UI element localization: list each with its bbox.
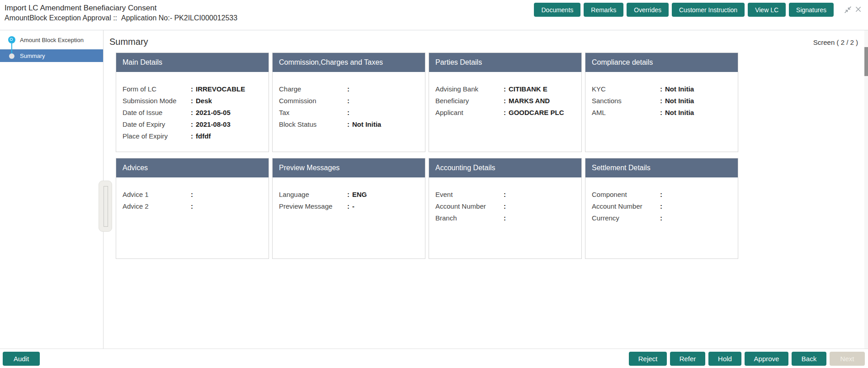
sidebar-item-summary[interactable]: Summary — [0, 49, 103, 62]
tile-body: KYC : Not Initia Sanctions : Not Initia … — [585, 72, 738, 118]
summary-tile-advices[interactable]: Advices Advice 1 : Advice 2 : — [116, 158, 269, 259]
field-row: Block Status : Not Initia — [279, 118, 421, 130]
screen-indicator: Screen ( 2 / 2 ) — [813, 38, 858, 46]
field-row: Language : ENG — [279, 188, 421, 200]
field-row: KYC : Not Initia — [592, 83, 734, 95]
signatures-button[interactable]: Signatures — [789, 3, 834, 17]
content-title: Summary — [109, 37, 148, 47]
tile-header[interactable]: Compliance details — [585, 53, 738, 72]
field-row: Advice 2 : — [123, 200, 265, 212]
field-row: AML : Not Initia — [592, 106, 734, 118]
approve-button[interactable]: Approve — [745, 352, 788, 366]
step-connector-line — [11, 43, 12, 54]
tile-header[interactable]: Settlement Details — [585, 158, 738, 177]
field-row: Submission Mode : Desk — [123, 95, 265, 106]
sidebar-splitter-handle[interactable] — [99, 181, 112, 232]
tile-header[interactable]: Advices — [116, 158, 269, 177]
summary-tiles-grid: Main Details Form of LC : IRREVOCABLE Su… — [116, 53, 738, 259]
field-row: Commission : — [279, 95, 421, 106]
field-row: Applicant : GOODCARE PLC — [435, 106, 578, 118]
close-icon[interactable] — [855, 6, 862, 14]
summary-content: Summary Screen ( 2 / 2 ) Main Details Fo… — [104, 30, 868, 349]
summary-tile-commission-charges-taxes[interactable]: Commission,Charges and Taxes Charge : Co… — [272, 53, 425, 152]
tile-body: Advice 1 : Advice 2 : — [116, 177, 269, 212]
sidebar-item-amount-block-exception[interactable]: Amount Block Exception — [0, 33, 103, 46]
summary-tile-settlement-details[interactable]: Settlement Details Component : Account N… — [585, 158, 738, 259]
page-subtitle: AmountBlock Exception Approval ::Applica… — [5, 13, 237, 23]
summary-tile-accounting-details[interactable]: Accounting Details Event : Account Numbe… — [429, 158, 582, 259]
collapse-icon[interactable] — [844, 6, 852, 15]
summary-tile-compliance-details[interactable]: Compliance details KYC : Not Initia Sanc… — [585, 53, 738, 152]
hold-button[interactable]: Hold — [708, 352, 741, 366]
tile-body: Form of LC : IRREVOCABLE Submission Mode… — [116, 72, 269, 142]
page-header: Import LC Amendment Benefiaciary Consent… — [0, 0, 868, 30]
application-number: Application No:- PK2ILCI000012533 — [121, 14, 237, 22]
stage-label: AmountBlock Exception Approval :: — [5, 14, 117, 22]
field-row: Advice 1 : — [123, 188, 265, 200]
stage-sidebar: Amount Block Exception Summary — [0, 30, 104, 349]
field-row: Form of LC : IRREVOCABLE — [123, 83, 265, 95]
reject-button[interactable]: Reject — [629, 352, 667, 366]
tile-body: Advising Bank : CITIBANK E Beneficiary :… — [429, 72, 581, 118]
sidebar-item-label: Amount Block Exception — [20, 37, 84, 43]
page-titles: Import LC Amendment Benefiaciary Consent… — [0, 0, 237, 23]
tile-header[interactable]: Main Details — [116, 53, 269, 72]
field-row: Date of Expiry : 2021-08-03 — [123, 118, 265, 130]
remarks-button[interactable]: Remarks — [584, 3, 623, 17]
sidebar-item-label: Summary — [20, 53, 45, 59]
vertical-scrollbar — [864, 30, 868, 349]
field-row: Event : — [435, 188, 578, 200]
field-row: Currency : — [592, 212, 734, 224]
scrollbar-thumb[interactable] — [864, 47, 868, 76]
summary-tile-main-details[interactable]: Main Details Form of LC : IRREVOCABLE Su… — [116, 53, 269, 152]
field-row: Account Number : — [435, 200, 578, 212]
amount-block-exception-step-icon — [8, 36, 15, 43]
summary-tile-parties-details[interactable]: Parties Details Advising Bank : CITIBANK… — [429, 53, 582, 152]
back-button[interactable]: Back — [792, 352, 826, 366]
field-row: Sanctions : Not Initia — [592, 95, 734, 106]
tile-body: Event : Account Number : Branch : — [429, 177, 581, 224]
app-window: Import LC Amendment Benefiaciary Consent… — [0, 0, 868, 368]
field-row: Advising Bank : CITIBANK E — [435, 83, 578, 95]
page-title: Import LC Amendment Benefiaciary Consent — [5, 3, 237, 13]
summary-tile-preview-messages[interactable]: Preview Messages Language : ENG Preview … — [272, 158, 425, 259]
header-actions: Documents Remarks Overrides Customer Ins… — [534, 0, 868, 17]
splitter-grip — [104, 186, 108, 227]
field-row: Account Number : — [592, 200, 734, 212]
audit-button[interactable]: Audit — [3, 352, 40, 366]
view-lc-button[interactable]: View LC — [748, 3, 786, 17]
tile-header[interactable]: Parties Details — [429, 53, 581, 72]
action-footer: Audit Reject Refer Hold Approve Back Nex… — [0, 349, 868, 368]
tile-header[interactable]: Preview Messages — [273, 158, 425, 177]
body-region: Amount Block Exception Summary Summary S… — [0, 30, 868, 349]
field-row: Date of Issue : 2021-05-05 — [123, 106, 265, 118]
tile-body: Language : ENG Preview Message : - — [273, 177, 425, 212]
footer-actions: Reject Refer Hold Approve Back Next — [629, 352, 865, 366]
summary-step-icon — [9, 53, 14, 59]
tile-header[interactable]: Commission,Charges and Taxes — [273, 53, 425, 72]
field-row: Preview Message : - — [279, 200, 421, 212]
next-button: Next — [830, 352, 865, 366]
field-row: Branch : — [435, 212, 578, 224]
tile-body: Charge : Commission : Tax : — [273, 72, 425, 130]
field-row: Place of Expiry : fdfdf — [123, 130, 265, 142]
refer-button[interactable]: Refer — [670, 352, 705, 366]
customer-instruction-button[interactable]: Customer Instruction — [672, 3, 745, 17]
field-row: Charge : — [279, 83, 421, 95]
tile-header[interactable]: Accounting Details — [429, 158, 581, 177]
field-row: Beneficiary : MARKS AND — [435, 95, 578, 106]
documents-button[interactable]: Documents — [534, 3, 580, 17]
field-row: Component : — [592, 188, 734, 200]
overrides-button[interactable]: Overrides — [627, 3, 669, 17]
field-row: Tax : — [279, 106, 421, 118]
tile-body: Component : Account Number : Currency : — [585, 177, 738, 224]
